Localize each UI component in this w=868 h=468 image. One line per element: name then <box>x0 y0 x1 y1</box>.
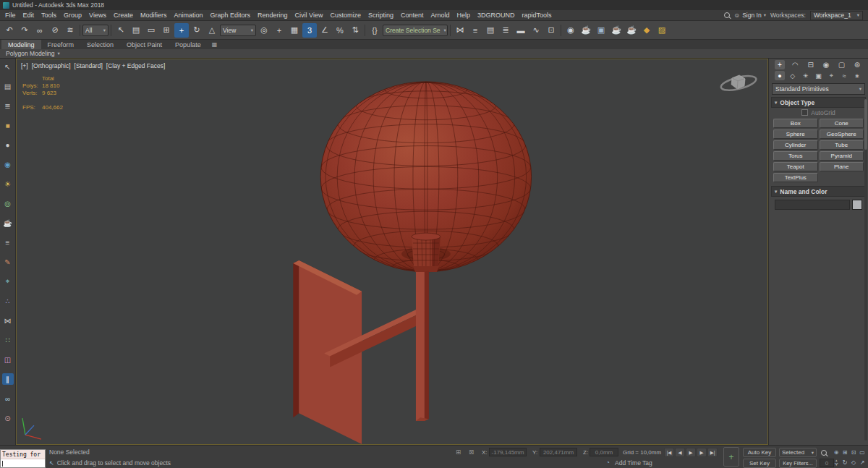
viewport-menu-segment[interactable]: [Clay + Edged Faces] <box>106 62 166 69</box>
auto-key-button[interactable]: Auto Key <box>743 448 776 457</box>
x-coordinate-field[interactable]: -179,145mm <box>489 448 527 456</box>
render-production-icon[interactable]: ☕ <box>609 23 624 38</box>
array-tool-icon[interactable]: ∷ <box>2 334 14 346</box>
menu-item[interactable]: Animation <box>170 10 206 20</box>
select-object-icon[interactable]: ↖ <box>114 23 128 38</box>
panel-scrollbar-thumb[interactable] <box>864 99 867 150</box>
spacing-tool-icon[interactable]: ∴ <box>2 295 14 307</box>
previous-frame-icon[interactable]: ◀ <box>675 448 685 457</box>
select-by-name-icon[interactable]: ▤ <box>129 23 143 38</box>
polygon-modeling-panel-label[interactable]: Polygon Modeling <box>6 50 55 57</box>
select-and-manipulate-icon[interactable]: + <box>272 23 286 38</box>
name-color-rollout-header[interactable]: ▾ Name and Color <box>771 186 866 197</box>
menu-item[interactable]: Customize <box>326 10 365 20</box>
align-objects-icon[interactable]: ∥ <box>2 373 14 385</box>
mirror-icon[interactable]: ⋈ <box>453 23 467 38</box>
primitive-button[interactable]: Pyramid <box>820 151 864 161</box>
menu-item[interactable]: Create <box>110 10 137 20</box>
select-and-link-icon[interactable]: ∞ <box>33 23 47 38</box>
geometry-category-icon[interactable]: ● <box>775 71 785 80</box>
space-warps-category-icon[interactable]: ≈ <box>839 71 849 80</box>
play-animation-icon[interactable]: ▶ <box>686 448 696 457</box>
selection-filter-dropdown[interactable]: All ▾ <box>82 25 109 36</box>
listener-input-line[interactable] <box>1 459 45 467</box>
menu-item[interactable]: Modifiers <box>137 10 171 20</box>
isolate-selection-icon[interactable]: ⊙ <box>2 412 14 424</box>
cameras-category-icon[interactable]: ▣ <box>813 71 823 80</box>
utilities-tab-icon[interactable]: ⊛ <box>852 60 862 69</box>
systems-category-icon[interactable]: ∗ <box>852 71 862 80</box>
zoom-all-icon[interactable]: ⊞ <box>841 448 848 456</box>
selection-lock-toggle-icon[interactable]: ⊠ <box>469 448 474 456</box>
scene-converter-icon[interactable]: ▨ <box>655 23 669 38</box>
menu-item[interactable]: Content <box>397 10 427 20</box>
select-cursor-icon[interactable]: ↖ <box>2 61 14 72</box>
paint-brush-icon[interactable]: ✎ <box>2 256 14 268</box>
snaps-toggle-icon[interactable]: 3 <box>302 23 317 38</box>
primitive-button[interactable]: TextPlus <box>773 173 818 182</box>
z-coordinate-field[interactable]: 0,0mm <box>590 448 618 456</box>
geometry-sphere-icon[interactable]: ● <box>2 139 14 150</box>
link-hierarchy-icon[interactable]: ∞ <box>2 393 14 404</box>
search-icon[interactable] <box>724 12 730 18</box>
helpers-category-icon[interactable]: ⌖ <box>826 71 836 80</box>
snapshot-tool-icon[interactable]: ◫ <box>2 354 14 365</box>
render-teapot-icon[interactable]: ☕ <box>2 217 14 229</box>
menu-item[interactable]: Edit <box>20 10 38 20</box>
measure-tape-icon[interactable]: ⌖ <box>2 276 14 287</box>
edit-named-selection-sets-icon[interactable]: {} <box>367 23 382 38</box>
hierarchy-tab-icon[interactable]: ⊟ <box>806 60 816 69</box>
view-navigation-gizmo[interactable] <box>720 73 757 93</box>
curve-editor-icon[interactable]: ∿ <box>529 23 543 38</box>
primitive-button[interactable]: Sphere <box>773 129 818 139</box>
select-and-rotate-icon[interactable]: ↻ <box>190 23 204 38</box>
menu-item[interactable]: rapidTools <box>519 10 556 20</box>
menu-item[interactable]: Views <box>85 10 110 20</box>
menu-item[interactable]: Arnold <box>427 10 453 20</box>
light-tool-icon[interactable]: ☀ <box>2 178 14 190</box>
redo-icon[interactable]: ↷ <box>17 23 32 38</box>
pan-view-icon[interactable]: ↔ <box>833 459 840 467</box>
primitive-button[interactable]: Torus <box>773 151 818 161</box>
rectangular-selection-region-icon[interactable]: ▭ <box>144 23 158 38</box>
viewport-menu-segment[interactable]: [Standard] <box>75 62 103 69</box>
scene-3d[interactable] <box>17 59 767 444</box>
menu-item[interactable]: Help <box>453 10 474 20</box>
primitive-button[interactable]: GeoSphere <box>820 129 864 139</box>
ribbon-tab[interactable]: Selection <box>80 40 120 49</box>
render-setup-icon[interactable]: ☕ <box>579 23 593 38</box>
viewport-canvas[interactable]: [+][Orthographic][Standard][Clay + Edged… <box>16 59 768 445</box>
align-icon[interactable]: ≡ <box>468 23 482 38</box>
modify-tab-icon[interactable]: ◠ <box>790 60 800 69</box>
menu-item[interactable]: Rendering <box>254 10 292 20</box>
display-tab-icon[interactable]: ▢ <box>837 60 847 69</box>
autogrid-checkbox[interactable] <box>801 109 808 116</box>
menu-item[interactable]: Group <box>60 10 85 20</box>
select-and-scale-icon[interactable]: △ <box>205 23 219 38</box>
unlink-selection-icon[interactable]: ⊘ <box>48 23 62 38</box>
orbit-view-icon[interactable]: ↻ <box>841 459 848 467</box>
ribbon-tab[interactable]: Modeling <box>1 40 41 49</box>
toggle-layer-explorer-icon[interactable]: ≣ <box>498 23 513 38</box>
menu-item[interactable]: Tools <box>38 10 60 20</box>
render-iterative-icon[interactable]: ☕ <box>624 23 639 38</box>
camera-tool-icon[interactable]: ◎ <box>2 197 14 209</box>
mirror-modifier-icon[interactable]: ⋈ <box>2 315 14 326</box>
title-bar[interactable]: Untitled - Autodesk 3ds Max 2018 <box>0 0 868 10</box>
schematic-view-icon[interactable]: ⊡ <box>544 23 558 38</box>
menu-item[interactable]: Scripting <box>365 10 397 20</box>
next-frame-icon[interactable]: ▶ <box>697 448 707 457</box>
arnold-render-icon[interactable]: ◆ <box>639 23 654 38</box>
ribbon-tab[interactable]: Freeform <box>41 40 81 49</box>
use-pivot-point-center-icon[interactable]: ◎ <box>257 23 271 38</box>
lights-category-icon[interactable]: ☀ <box>801 71 811 80</box>
zoom-region-icon[interactable]: ▭ <box>859 448 866 456</box>
y-coordinate-field[interactable]: 202,471mm <box>540 448 577 456</box>
workspace-dropdown[interactable]: Workspace_1 ▾ <box>810 11 863 20</box>
autogrid-toggle[interactable]: AutoGrid <box>771 108 866 117</box>
sign-in-button[interactable]: ☺ Sign In ▾ <box>734 12 766 19</box>
viewport-menu-segment[interactable]: [+] <box>21 62 28 69</box>
viewport-menu-segment[interactable]: [Orthographic] <box>32 62 71 69</box>
field-of-view-icon[interactable]: ◇ <box>850 459 857 467</box>
primitive-button[interactable]: Cylinder <box>773 140 818 150</box>
